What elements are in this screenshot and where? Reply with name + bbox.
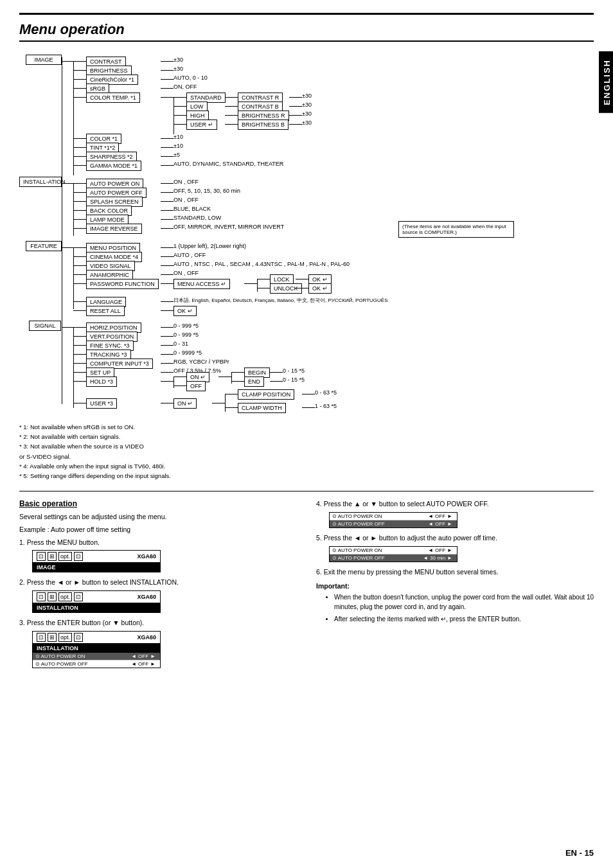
mini-menu-step3: ⊡ ⊞ opt. ⊡ XGA60 INSTALLATION ⊙ AUTO POW… xyxy=(32,631,161,668)
node-image: IMAGE xyxy=(26,55,62,65)
item-resetall: RESET ALL xyxy=(86,306,125,316)
node-feature: FEATURE xyxy=(26,241,62,251)
val-clamp-position: 0 - 63 *5 xyxy=(315,389,337,396)
arrow-right-3-2: ► xyxy=(150,661,155,667)
hold-end: END xyxy=(244,376,264,387)
mini-title-2: INSTALLATION xyxy=(33,603,160,612)
important-bullet-1: When the button doesn't function, unplug… xyxy=(334,592,594,612)
icon-3-4: ⊡ xyxy=(74,633,83,642)
mini-label-2: XGA60 xyxy=(137,594,156,600)
item-gammamode: GAMMA MODE *1 xyxy=(86,161,141,171)
important-list: When the button doesn't function, unplug… xyxy=(325,592,594,624)
val-brightness-b-val: ±30 xyxy=(302,120,312,126)
item-imagereverse: IMAGE REVERSE xyxy=(86,224,142,234)
step3-text: 3. Press the ENTER button (or ▼ button). xyxy=(19,618,297,628)
mini-menu-icons-2: ⊡ ⊞ opt. ⊡ xyxy=(37,592,83,601)
val-contrast-b-val: ±30 xyxy=(302,102,312,108)
mini-row-3-2-val: OFF xyxy=(138,661,148,667)
icon-3: opt. xyxy=(58,552,72,561)
arrow-right-3-1: ► xyxy=(150,653,155,659)
step2-text: 2. Press the ◄ or ► button to select INS… xyxy=(19,578,297,588)
divider xyxy=(19,491,594,492)
val-lampmode: STANDARD, LOW xyxy=(173,215,221,221)
colortemp-user: USER ↵ xyxy=(186,120,217,130)
arrow-right-4-2: ► xyxy=(447,521,452,527)
val-sharpness: ±5 xyxy=(173,152,180,158)
arrow-left-5-1: ◄ xyxy=(428,547,433,553)
english-tab: ENGLISH xyxy=(599,51,613,113)
arrow-right-5-1: ► xyxy=(447,547,452,553)
val-tracking: 0 - 9999 *5 xyxy=(173,350,202,356)
footnote-3: * 3: Not available when the source is a … xyxy=(19,441,594,451)
clamp-position: CLAMP POSITION xyxy=(238,389,294,400)
basic-op-example: Example : Auto power off time setting xyxy=(19,525,297,535)
basic-op-right: 4. Press the ▲ or ▼ button to select AUT… xyxy=(316,499,594,673)
mini-row-5-2: ⊙ AUTO POWER OFF ◄ 30 min ► xyxy=(330,554,457,562)
val-srgb: ON, OFF xyxy=(173,84,197,90)
footnote-4: * 4: Available only when the input signa… xyxy=(19,461,594,471)
arrow-left-3-1: ◄ xyxy=(131,653,136,659)
mini-row-5-1-val: OFF xyxy=(435,547,445,553)
mini-row-5-2-val: 30 min xyxy=(430,555,445,561)
val-brightness: ±30 xyxy=(173,66,183,72)
arrow-left-3-2: ◄ xyxy=(131,661,136,667)
node-installation: INSTALL-ATION xyxy=(19,177,62,187)
mini-row-5-1: ⊙ AUTO POWER ON ◄ OFF ► xyxy=(330,547,457,554)
mini-title-3: INSTALLATION xyxy=(33,644,160,653)
icon-3-3: opt. xyxy=(58,633,72,642)
footnotes-section: * 1: Not available when sRGB is set to O… xyxy=(19,422,594,481)
icon-4: ⊡ xyxy=(74,552,83,561)
val-language: 日本語, English, Español, Deutsch, Français… xyxy=(173,297,387,304)
val-horizposition: 0 - 999 *5 xyxy=(173,323,199,329)
val-tint: ±10 xyxy=(173,143,183,149)
arrow-left-4-1: ◄ xyxy=(428,513,433,519)
val-backcolor: BLUE, BLACK xyxy=(173,206,211,212)
val-computerinput: RGB, YCBCr / YPBPr xyxy=(173,359,229,365)
mini-row-4-1: ⊙ AUTO POWER ON ◄ OFF ► xyxy=(330,513,457,520)
menu-diagram: IMAGE CONTRAST ±30 BRIGHTNESS ±30 CineRi… xyxy=(19,51,591,417)
step4-text: 4. Press the ▲ or ▼ button to select AUT… xyxy=(316,499,594,509)
mini-menu-step2: ⊡ ⊞ opt. ⊡ XGA60 INSTALLATION xyxy=(32,590,161,613)
mini-menu-step1-header: ⊡ ⊞ opt. ⊡ XGA60 xyxy=(33,551,160,563)
item-hold: HOLD *3 xyxy=(86,376,117,387)
mini-menu-icons-3: ⊡ ⊞ opt. ⊡ xyxy=(37,633,83,642)
icon-1: ⊡ xyxy=(37,552,46,561)
note-box: (These items are not available when the … xyxy=(398,221,514,238)
icon-3-2: ⊞ xyxy=(48,633,57,642)
val-hold-end: 0 - 15 *5 xyxy=(283,376,305,383)
val-autopoweroff: OFF, 5, 10, 15, 30, 60 min xyxy=(173,188,240,194)
val-splashscreen: ON , OFF xyxy=(173,197,199,203)
arrow-right-5-2: ► xyxy=(447,555,452,561)
mini-menu-step3-header: ⊡ ⊞ opt. ⊡ XGA60 xyxy=(33,632,160,644)
val-unlock: UNLOCK xyxy=(270,283,302,294)
mini-row-3-1-val: OFF xyxy=(138,653,148,659)
icon-2-4: ⊡ xyxy=(74,592,83,601)
arrow-left-5-2: ◄ xyxy=(423,555,428,561)
page-title: Menu operation xyxy=(19,21,594,42)
val-anamorphic: ON , OFF xyxy=(173,270,199,276)
mini-row-4-2-val: OFF xyxy=(435,521,445,527)
val-brightness-r-val: ±30 xyxy=(302,111,312,117)
node-signal: SIGNAL xyxy=(29,321,61,331)
mini-row-4-2-label: ⊙ AUTO POWER OFF xyxy=(332,521,426,527)
val-autopoweron: ON , OFF xyxy=(173,179,199,185)
val-brightness-b: BRIGHTNESS B xyxy=(238,120,289,130)
val-color: ±10 xyxy=(173,134,183,140)
important-title: Important: xyxy=(316,582,594,590)
page-number: EN - 15 xyxy=(565,848,594,858)
icon-2-1: ⊡ xyxy=(37,592,46,601)
mini-menu-step1: ⊡ ⊞ opt. ⊡ XGA60 IMAGE xyxy=(32,550,161,572)
item-passwordfunction: PASSWORD FUNCTION xyxy=(86,279,159,289)
mini-label-3: XGA60 xyxy=(137,634,156,641)
mini-row-3-1: ⊙ AUTO POWER ON ◄ OFF ► xyxy=(33,653,160,660)
val-finesync: 0 - 31 xyxy=(173,341,188,347)
footnote-3b: or S-VIDEO signal. xyxy=(19,452,594,461)
val-menuaccess: MENU ACCESS ↵ xyxy=(173,279,230,289)
mini-menu-step5: ⊙ AUTO POWER ON ◄ OFF ► ⊙ AUTO POWER OFF… xyxy=(329,546,458,562)
clamp-width: CLAMP WIDTH xyxy=(238,403,286,413)
mini-menu-step4: ⊙ AUTO POWER ON ◄ OFF ► ⊙ AUTO POWER OFF… xyxy=(329,512,458,528)
mini-row-4-1-label: ⊙ AUTO POWER ON xyxy=(332,513,426,519)
arrow-left-4-2: ◄ xyxy=(428,521,433,527)
important-bullet-2: After selecting the items marked with ↵,… xyxy=(334,614,594,624)
icon-2-3: opt. xyxy=(58,592,72,601)
